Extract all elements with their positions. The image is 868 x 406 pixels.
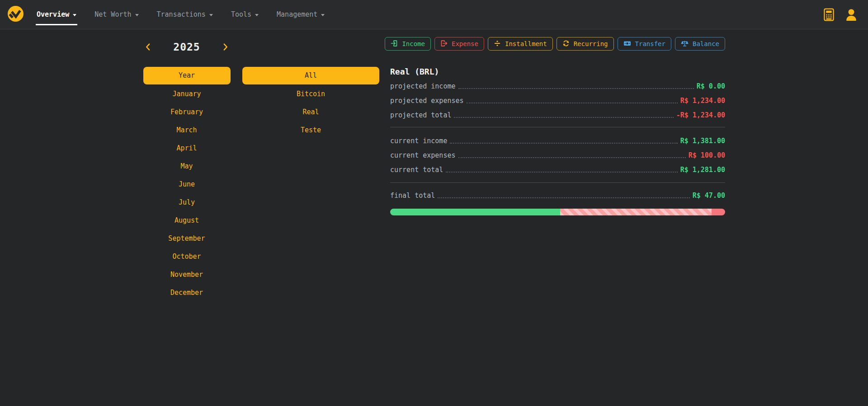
month-item-november[interactable]: November <box>135 266 239 284</box>
summary-row-projected-total: projected total -R$ 1,234.00 <box>390 108 725 122</box>
account-item-real[interactable]: Real <box>242 103 379 121</box>
progress-segment-red <box>712 209 725 215</box>
summary-row-current-income: current income R$ 1,381.00 <box>390 134 725 148</box>
recurring-filter-button[interactable]: Recurring <box>557 37 614 51</box>
nav-item-label: Net Worth <box>94 10 131 19</box>
main-content: 2025 Year January February March April M… <box>0 29 868 302</box>
row-value: R$ 1,381.00 <box>680 137 725 145</box>
filter-label: Balance <box>693 40 719 47</box>
nav-item-label: Overview <box>37 10 69 19</box>
filter-label: Recurring <box>574 40 608 47</box>
transfer-filter-button[interactable]: Transfer <box>618 37 671 51</box>
progress-segment-striped <box>560 209 712 215</box>
nav-item-tools[interactable]: Tools <box>231 10 259 19</box>
transaction-type-filters: Income Expense <box>390 37 725 51</box>
summary-title: Real (BRL) <box>390 67 725 76</box>
accounts-column: All Bitcoin Real Teste <box>242 37 379 302</box>
calculator-icon[interactable] <box>823 8 835 21</box>
month-item-june[interactable]: June <box>135 175 239 193</box>
cash-icon <box>623 40 631 48</box>
year-navigator: 2025 <box>143 39 231 55</box>
nav-item-overview[interactable]: Overview <box>37 10 76 19</box>
dotted-leader <box>450 143 677 144</box>
chevron-down-icon <box>321 14 325 16</box>
chevron-down-icon <box>255 14 259 16</box>
row-value: R$ 100.00 <box>689 151 725 159</box>
month-item-october[interactable]: October <box>135 247 239 266</box>
installment-filter-button[interactable]: Installment <box>488 37 553 51</box>
progress-segment-green <box>390 209 560 215</box>
nav-item-label: Tools <box>231 10 251 19</box>
nav-item-management[interactable]: Management <box>277 10 325 19</box>
user-icon[interactable] <box>845 8 857 21</box>
box-arrow-in-right-icon <box>391 40 398 48</box>
year-button[interactable]: Year <box>143 67 231 84</box>
month-item-march[interactable]: March <box>135 121 239 139</box>
dotted-leader <box>458 88 694 89</box>
summary-column: Income Expense <box>390 37 725 302</box>
next-year-button[interactable] <box>221 42 230 52</box>
all-accounts-button[interactable]: All <box>242 67 379 84</box>
period-column: 2025 Year January February March April M… <box>135 37 239 302</box>
row-value: R$ 0.00 <box>697 82 725 90</box>
repeat-icon <box>562 40 570 48</box>
income-filter-button[interactable]: Income <box>385 37 431 51</box>
top-navbar: Overview Net Worth Transactions Tools Ma… <box>0 0 868 29</box>
brand-logo[interactable] <box>6 5 25 25</box>
summary-row-projected-income: projected income R$ 0.00 <box>390 79 725 93</box>
current-year-label: 2025 <box>173 41 200 53</box>
coin-w-logo-icon <box>6 5 25 25</box>
month-item-april[interactable]: April <box>135 139 239 157</box>
filter-label: Transfer <box>635 40 665 47</box>
dotted-leader <box>446 172 677 173</box>
row-label: current expenses <box>390 151 456 159</box>
row-value: R$ 1,281.00 <box>680 166 725 174</box>
previous-year-button[interactable] <box>143 42 153 52</box>
nav-item-net-worth[interactable]: Net Worth <box>94 10 138 19</box>
summary-row-current-expenses: current expenses R$ 100.00 <box>390 148 725 163</box>
division-icon <box>494 40 501 48</box>
summary-row-final-total: final total R$ 47.00 <box>390 188 725 203</box>
filter-label: Expense <box>452 40 478 47</box>
nav-item-transactions[interactable]: Transactions <box>157 10 213 19</box>
month-item-january[interactable]: January <box>135 85 239 103</box>
month-item-may[interactable]: May <box>135 157 239 175</box>
row-label: projected total <box>390 111 451 119</box>
dotted-leader <box>458 157 686 158</box>
row-label: current income <box>390 137 447 145</box>
row-value: -R$ 1,234.00 <box>676 111 725 119</box>
month-item-december[interactable]: December <box>135 284 239 302</box>
income-expense-progress-bar <box>390 209 725 215</box>
section-divider <box>390 182 725 183</box>
row-label: projected expenses <box>390 97 464 105</box>
dotted-leader <box>454 117 673 118</box>
scales-icon <box>681 40 689 48</box>
month-item-july[interactable]: July <box>135 193 239 211</box>
expense-filter-button[interactable]: Expense <box>434 37 484 51</box>
month-list: January February March April May June Ju… <box>135 85 239 302</box>
month-item-september[interactable]: September <box>135 229 239 247</box>
current-summary-rows: current income R$ 1,381.00 current expen… <box>390 134 725 177</box>
account-list: Bitcoin Real Teste <box>242 85 379 139</box>
balance-filter-button[interactable]: Balance <box>675 37 725 51</box>
row-label: final total <box>390 191 435 200</box>
nav-item-label: Transactions <box>157 10 206 19</box>
month-item-february[interactable]: February <box>135 103 239 121</box>
account-item-bitcoin[interactable]: Bitcoin <box>242 85 379 103</box>
nav-item-label: Management <box>277 10 317 19</box>
main-menu: Overview Net Worth Transactions Tools Ma… <box>37 10 325 19</box>
chevron-down-icon <box>209 14 213 16</box>
account-item-teste[interactable]: Teste <box>242 121 379 139</box>
dotted-leader <box>438 197 689 198</box>
filter-label: Installment <box>505 40 547 47</box>
section-divider <box>390 127 725 127</box>
filter-label: Income <box>402 40 425 47</box>
box-arrow-right-icon <box>440 40 448 48</box>
projected-summary-rows: projected income R$ 0.00 projected expen… <box>390 79 725 122</box>
summary-row-projected-expenses: projected expenses R$ 1,234.00 <box>390 93 725 108</box>
row-value: R$ 1,234.00 <box>680 97 725 105</box>
summary-row-current-total: current total R$ 1,281.00 <box>390 163 725 177</box>
month-item-august[interactable]: August <box>135 211 239 229</box>
row-value: R$ 47.00 <box>693 191 725 200</box>
dotted-leader <box>467 103 678 103</box>
